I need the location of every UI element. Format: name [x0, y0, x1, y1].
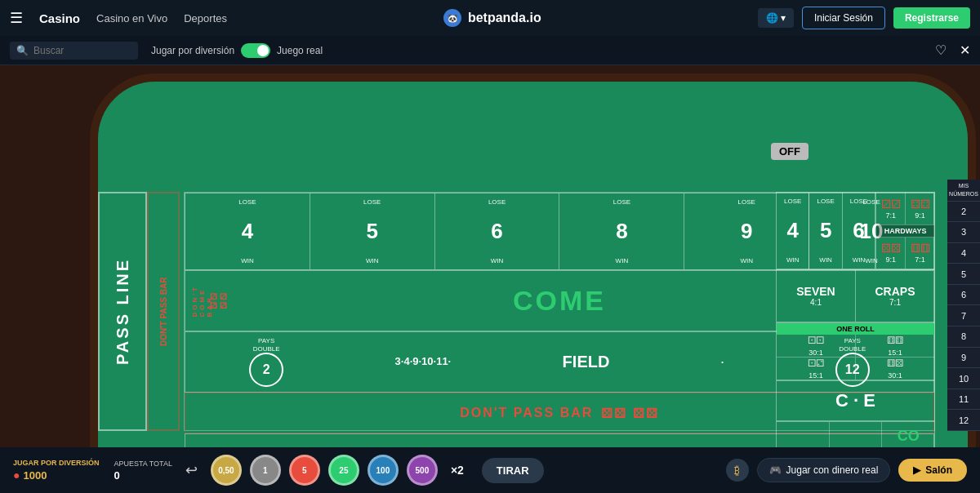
- mode-switch[interactable]: [241, 43, 270, 58]
- or-dice-4: ⚅⚄: [887, 358, 903, 369]
- or-cell-1[interactable]: ⚀⚀ 30:1: [777, 335, 856, 357]
- num-9: 9: [741, 219, 752, 244]
- favorites-icon[interactable]: ♡: [935, 42, 947, 58]
- hw-cell-71b[interactable]: ⚅⚅ 7:1: [906, 238, 934, 269]
- play-amount-value: 1000: [23, 469, 47, 482]
- mn-4[interactable]: 4: [947, 243, 980, 264]
- play-amount: ● 1000: [13, 469, 100, 482]
- come-dice-icon: ⚂⚂⚂⚂: [210, 292, 229, 310]
- lose-label-5: LOSE: [363, 198, 381, 206]
- right-number-4[interactable]: LOSE4WIN: [777, 193, 809, 269]
- or-odds-4: 30:1: [888, 371, 902, 380]
- seven-odds: 4:1: [810, 298, 822, 307]
- undo-button[interactable]: ↩: [185, 461, 198, 479]
- hamburger-icon[interactable]: ☰: [10, 9, 23, 27]
- field-2-circle[interactable]: 2: [249, 353, 283, 387]
- lose-label-8: LOSE: [613, 198, 630, 206]
- multiplier-label: ×2: [451, 464, 464, 477]
- mn-9[interactable]: 9: [947, 348, 980, 369]
- hw-cell-91b[interactable]: ⚄⚄ 9:1: [876, 238, 906, 269]
- real-mode-label: Juego real: [277, 45, 323, 56]
- chip-050[interactable]: 0,50: [211, 455, 242, 486]
- ce-cell[interactable]: C · E: [776, 380, 935, 421]
- deportes-nav-link[interactable]: Deportes: [184, 12, 227, 24]
- mn-2[interactable]: 2: [947, 202, 980, 223]
- seven-label: SEVEN: [796, 285, 835, 298]
- mn-3[interactable]: 3: [947, 222, 980, 243]
- mis-numeros-panel: MISNÚMEROS 2 3 4 5 6 7 8 9 10 11 12: [947, 180, 980, 431]
- or-cell-2[interactable]: ⚅⚅ 15:1: [856, 335, 934, 357]
- lose-label-9: LOSE: [738, 198, 755, 206]
- hw-dice-91: ⚃⚃: [911, 198, 930, 211]
- num-4: 4: [242, 219, 253, 244]
- mn-6[interactable]: 6: [947, 285, 980, 306]
- number-cell-8[interactable]: LOSE8WIN: [559, 193, 684, 269]
- dont-pass-bottom-label: DON'T PASS BAR: [460, 406, 593, 420]
- mn-12[interactable]: 12: [947, 410, 980, 431]
- hw-odds-91b: 9:1: [885, 255, 896, 264]
- ce-label: C · E: [835, 390, 875, 411]
- chip-500[interactable]: 500: [407, 455, 438, 486]
- pays-double-left: PAYSDOUBLE: [253, 337, 280, 353]
- hardways-label: HARDWAYS: [876, 224, 934, 238]
- salon-button[interactable]: ▶ Salón: [898, 459, 967, 482]
- field-label: FIELD: [563, 353, 610, 371]
- mn-5[interactable]: 5: [947, 264, 980, 285]
- seven-cell[interactable]: SEVEN 4:1: [777, 270, 856, 322]
- mn-7[interactable]: 7: [947, 305, 980, 326]
- mn-10[interactable]: 10: [947, 368, 980, 389]
- toggle-knob: [257, 45, 269, 56]
- left-vertical-labels: PASS LINE DON'T PASS BAR: [98, 192, 180, 431]
- casino-nav-link[interactable]: Casino: [39, 11, 80, 25]
- chip-500-label: 500: [416, 466, 430, 475]
- hw-odds-71: 7:1: [885, 211, 896, 220]
- come-label: COME: [513, 285, 606, 317]
- craps-odds: 7:1: [889, 298, 901, 307]
- top-nav: ☰ Casino Casino en Vivo Deportes 🐼 betpa…: [0, 0, 980, 36]
- num-6: 6: [491, 219, 502, 244]
- number-cell-5[interactable]: LOSE5WIN: [310, 193, 435, 269]
- craps-label: CRAPS: [875, 285, 915, 298]
- hw-cell-91[interactable]: ⚃⚃ 9:1: [906, 193, 934, 224]
- right-number-6[interactable]: LOSE6WIN: [843, 193, 875, 269]
- or-odds-2: 15:1: [888, 349, 902, 357]
- language-button[interactable]: 🌐 ▾: [758, 8, 794, 28]
- hw-cell-71[interactable]: ⚂⚂ 7:1: [876, 193, 906, 224]
- casino-vivo-nav-link[interactable]: Casino en Vivo: [96, 12, 167, 24]
- register-button[interactable]: Registrarse: [893, 7, 970, 29]
- lose-label-6: LOSE: [488, 198, 506, 206]
- or-dice-1: ⚀⚀: [808, 335, 824, 346]
- number-cell-6[interactable]: LOSE6WIN: [435, 193, 560, 269]
- chip-5-label: 5: [302, 466, 307, 475]
- dont-pass-vertical[interactable]: DON'T PASS BAR: [147, 192, 180, 431]
- hw-odds-91: 9:1: [915, 211, 925, 220]
- chip-1[interactable]: 1: [250, 455, 281, 486]
- right-number-5[interactable]: LOSE5WIN: [809, 193, 842, 269]
- real-money-label: Jugar con dinero real: [786, 464, 879, 476]
- or-cell-4[interactable]: ⚅⚄ 30:1: [856, 358, 934, 380]
- login-button[interactable]: Iniciar Sesión: [802, 7, 885, 29]
- hw-dice-71: ⚂⚂: [881, 198, 901, 211]
- real-money-button[interactable]: 🎮 Jugar con dinero real: [757, 458, 891, 482]
- hw-dice-71b: ⚅⚅: [911, 242, 930, 255]
- mn-11[interactable]: 11: [947, 389, 980, 411]
- chip-100[interactable]: 100: [368, 455, 399, 486]
- pass-line-vertical[interactable]: PASS LINE: [98, 192, 147, 431]
- number-cell-4[interactable]: LOSE4WIN: [185, 193, 310, 269]
- crypto-icon[interactable]: ₿: [726, 459, 749, 482]
- mn-8[interactable]: 8: [947, 326, 980, 348]
- content-area: PASS LINE DON'T PASS BAR OFF LOSE4WIN LO…: [0, 65, 980, 447]
- play-label: JUGAR POR DIVERSIÓN: [13, 459, 100, 467]
- chip-25[interactable]: 25: [328, 455, 359, 486]
- page-root: ☰ Casino Casino en Vivo Deportes 🐼 betpa…: [0, 0, 980, 493]
- close-search-icon[interactable]: ✕: [960, 42, 970, 58]
- win-label-5: WIN: [366, 257, 379, 264]
- tirar-button[interactable]: TIRAR: [482, 458, 544, 483]
- craps-cell[interactable]: CRAPS 7:1: [856, 270, 934, 322]
- search-wrap: 🔍: [10, 42, 138, 60]
- or-cell-3[interactable]: ⚀⚁ 15:1: [777, 358, 856, 380]
- chip-5[interactable]: 5: [289, 455, 320, 486]
- search-input[interactable]: [33, 45, 131, 56]
- or-odds-3: 15:1: [808, 371, 823, 380]
- bet-label: APUESTA TOTAL: [114, 460, 172, 468]
